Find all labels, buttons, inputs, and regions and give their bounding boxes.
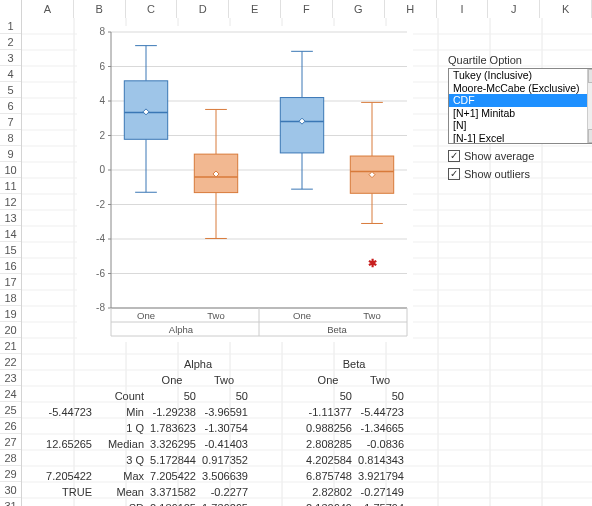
cell[interactable]: -0.27149 (356, 484, 408, 500)
quartile-option-item[interactable]: [N-1] Excel (449, 132, 587, 144)
row-header-5[interactable]: 5 (0, 82, 21, 98)
row-header-30[interactable]: 30 (0, 482, 21, 498)
cell[interactable]: 50 (304, 388, 356, 404)
cell[interactable]: 3.506639 (200, 468, 252, 484)
col-header-H[interactable]: H (385, 0, 437, 18)
col-header-D[interactable]: D (177, 0, 229, 18)
row-label[interactable]: Min (96, 404, 148, 420)
row-header-9[interactable]: 9 (0, 146, 21, 162)
cell[interactable]: -5.44723 (356, 404, 408, 420)
row-header-25[interactable]: 25 (0, 402, 21, 418)
cell[interactable]: 50 (356, 388, 408, 404)
row-header-12[interactable]: 12 (0, 194, 21, 210)
row-header-2[interactable]: 2 (0, 34, 21, 50)
cell[interactable]: 50 (148, 388, 200, 404)
row-header-3[interactable]: 3 (0, 50, 21, 66)
cell[interactable]: 12.65265 (44, 436, 96, 452)
quartile-option-listbox[interactable]: Tukey (Inclusive)Moore-McCabe (Exclusive… (448, 68, 592, 144)
cell[interactable]: 2.130649 (304, 500, 356, 506)
row-header-28[interactable]: 28 (0, 450, 21, 466)
cell[interactable]: -1.11377 (304, 404, 356, 420)
row-header-8[interactable]: 8 (0, 130, 21, 146)
col-header-K[interactable]: K (540, 0, 592, 18)
cell[interactable] (44, 452, 96, 468)
cell[interactable]: 3.921794 (356, 468, 408, 484)
col-header-E[interactable]: E (229, 0, 281, 18)
cell[interactable]: 2.808285 (304, 436, 356, 452)
cell[interactable] (44, 500, 96, 506)
cell[interactable]: 2.186105 (148, 500, 200, 506)
col-header-B[interactable]: B (74, 0, 126, 18)
cell[interactable]: 5.172844 (148, 452, 200, 468)
col-header-C[interactable]: C (126, 0, 178, 18)
col-header-A[interactable]: A (22, 0, 74, 18)
cell[interactable]: 1.736265 (200, 500, 252, 506)
quartile-option-item[interactable]: Tukey (Inclusive) (449, 69, 587, 82)
cell[interactable]: -0.2277 (200, 484, 252, 500)
cell[interactable]: 7.205422 (44, 468, 96, 484)
cell[interactable]: 0.917352 (200, 452, 252, 468)
cell[interactable]: 1.783623 (148, 420, 200, 436)
row-label[interactable]: 3 Q (96, 452, 148, 468)
row-header-24[interactable]: 24 (0, 386, 21, 402)
scroll-track[interactable] (588, 83, 592, 129)
col-header-F[interactable]: F (281, 0, 333, 18)
row-header-1[interactable]: 1 (0, 18, 21, 34)
col-header-J[interactable]: J (488, 0, 540, 18)
row-header-17[interactable]: 17 (0, 274, 21, 290)
cell[interactable] (44, 388, 96, 404)
row-label[interactable]: 1 Q (96, 420, 148, 436)
show-outliers-checkbox[interactable]: ✓ Show outliers (448, 168, 592, 180)
row-label[interactable]: Max (96, 468, 148, 484)
quartile-option-item[interactable]: [N] (449, 119, 587, 132)
cell[interactable]: -0.41403 (200, 436, 252, 452)
row-header-21[interactable]: 21 (0, 338, 21, 354)
row-header-7[interactable]: 7 (0, 114, 21, 130)
row-header-22[interactable]: 22 (0, 354, 21, 370)
quartile-option-item[interactable]: [N+1] Minitab (449, 107, 587, 120)
cell[interactable]: 2.82802 (304, 484, 356, 500)
cell[interactable]: -0.0836 (356, 436, 408, 452)
row-header-20[interactable]: 20 (0, 322, 21, 338)
row-header-13[interactable]: 13 (0, 210, 21, 226)
col-header-I[interactable]: I (437, 0, 489, 18)
cell[interactable]: 6.875748 (304, 468, 356, 484)
boxplot-chart[interactable]: -8-6-4-202468OneTwoOneTwoAlphaBeta✱ (77, 26, 413, 342)
row-label[interactable]: Count (96, 388, 148, 404)
cell[interactable]: TRUE (44, 484, 96, 500)
listbox-scrollbar[interactable]: ▲ ▼ (587, 69, 592, 143)
cell[interactable] (44, 420, 96, 436)
select-all-corner[interactable] (0, 0, 22, 18)
cell[interactable]: -1.34665 (356, 420, 408, 436)
row-header-6[interactable]: 6 (0, 98, 21, 114)
cell[interactable]: 1.75794 (356, 500, 408, 506)
cell[interactable]: 3.371582 (148, 484, 200, 500)
row-label[interactable]: SD (96, 500, 148, 506)
cell[interactable]: -5.44723 (44, 404, 96, 420)
scroll-up-button[interactable]: ▲ (588, 69, 592, 83)
quartile-option-item[interactable]: CDF (449, 94, 587, 107)
cell[interactable]: 50 (200, 388, 252, 404)
row-header-27[interactable]: 27 (0, 434, 21, 450)
row-header-15[interactable]: 15 (0, 242, 21, 258)
cell[interactable]: 0.814343 (356, 452, 408, 468)
row-header-18[interactable]: 18 (0, 290, 21, 306)
cell[interactable]: 7.205422 (148, 468, 200, 484)
quartile-option-item[interactable]: Moore-McCabe (Exclusive) (449, 82, 587, 95)
row-header-29[interactable]: 29 (0, 466, 21, 482)
row-header-31[interactable]: 31 (0, 498, 21, 506)
row-label[interactable]: Median (96, 436, 148, 452)
row-header-23[interactable]: 23 (0, 370, 21, 386)
show-average-checkbox[interactable]: ✓ Show average (448, 150, 592, 162)
cell[interactable]: 0.988256 (304, 420, 356, 436)
row-label[interactable]: Mean (96, 484, 148, 500)
col-header-G[interactable]: G (333, 0, 385, 18)
row-header-26[interactable]: 26 (0, 418, 21, 434)
row-header-16[interactable]: 16 (0, 258, 21, 274)
row-header-4[interactable]: 4 (0, 66, 21, 82)
cell[interactable]: -1.30754 (200, 420, 252, 436)
cell[interactable]: -3.96591 (200, 404, 252, 420)
row-header-11[interactable]: 11 (0, 178, 21, 194)
cell[interactable]: -1.29238 (148, 404, 200, 420)
row-header-19[interactable]: 19 (0, 306, 21, 322)
